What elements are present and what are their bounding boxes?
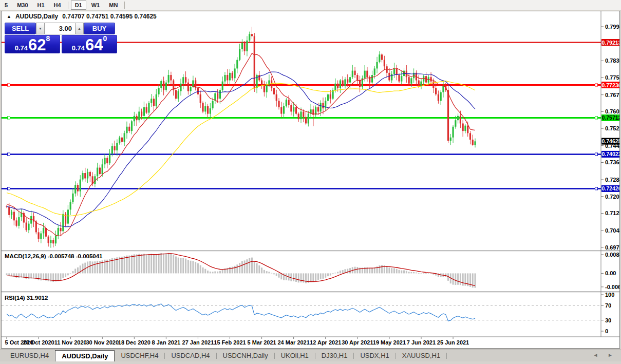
macd-bar <box>241 261 243 274</box>
candle-up <box>11 212 12 215</box>
candle-down <box>37 232 39 239</box>
timeframe-m5-button[interactable]: 5 <box>1 1 12 10</box>
line-handle[interactable] <box>8 153 10 156</box>
timeframe-mn-button[interactable]: MN <box>105 1 122 10</box>
rsi-tick-label: 30 <box>605 317 611 323</box>
tab-xauusd-h1[interactable]: XAUUSD,H1 <box>396 350 446 361</box>
candle-up <box>364 71 366 79</box>
macd-bar <box>121 257 123 273</box>
price-badge-label: 0.77236 <box>602 82 619 88</box>
candle-up <box>283 106 285 114</box>
timeframe-h1-button[interactable]: H1 <box>33 1 49 10</box>
candle-down <box>278 101 279 107</box>
candle-up <box>401 76 402 81</box>
macd-bar <box>381 265 383 273</box>
macd-bar <box>190 261 192 274</box>
macd-bar <box>217 272 218 274</box>
tab-audusd-daily[interactable]: AUDUSD,Daily <box>55 350 115 361</box>
volume-up-button[interactable]: ▲ <box>75 23 84 34</box>
current-price-badge-label: 0.74625 <box>602 138 619 144</box>
collapse-panel-icon[interactable]: ▲ <box>7 14 11 19</box>
indicator-scales[interactable]: 0.0088770.00-0.00644510070300 <box>601 252 619 334</box>
macd-bar <box>97 261 98 274</box>
macd-bar <box>148 254 149 273</box>
candle-down <box>271 81 272 88</box>
timeframe-d1-button[interactable]: D1 <box>71 1 86 10</box>
buy-price-base: 0.74 <box>72 44 85 52</box>
tab-usdchf-h4[interactable]: USDCHF,H4 <box>115 350 164 361</box>
line-handle[interactable] <box>8 84 10 86</box>
candle-up <box>126 127 127 133</box>
macd-bar <box>327 273 329 276</box>
buy-price-pips: 64 <box>85 39 103 52</box>
line-handle[interactable] <box>595 117 598 119</box>
price-badge-label: 0.74022 <box>602 151 619 157</box>
timeframe-m30-button[interactable]: M30 <box>13 1 32 10</box>
candle-up <box>450 138 451 141</box>
toolbar-separator <box>68 2 68 9</box>
price-scale[interactable]: 0.799400.783600.775800.767800.760000.752… <box>601 24 619 251</box>
macd-bar <box>60 273 62 280</box>
macd-bar <box>165 254 167 274</box>
timeframe-w1-button[interactable]: W1 <box>87 1 104 10</box>
buy-button[interactable]: BUY <box>84 23 115 34</box>
buy-price-display[interactable]: 0.74 64 0 <box>62 35 117 53</box>
tab-eurusd-h4[interactable]: EURUSD,H4 <box>4 350 55 361</box>
volume-input[interactable] <box>45 23 75 34</box>
candle-down <box>202 103 203 112</box>
macd-bar <box>67 273 69 275</box>
macd-bar <box>214 272 216 274</box>
macd-bar <box>264 270 265 274</box>
macd-bar <box>16 273 17 278</box>
candle-up <box>104 158 105 165</box>
price-badge-label: 0.75712 <box>602 114 619 121</box>
candle-down <box>48 237 49 243</box>
line-handle[interactable] <box>595 187 598 190</box>
tab-usdcad-h4[interactable]: USDCAD,H4 <box>165 350 216 361</box>
candle-up <box>376 62 378 69</box>
line-handle[interactable] <box>595 84 598 86</box>
tab-dj30-h1[interactable]: DJ30,H1 <box>315 350 354 361</box>
timeframe-h4-button[interactable]: H4 <box>50 1 65 10</box>
price-badge-label: 0.79213 <box>602 40 619 46</box>
candle-down <box>114 146 116 150</box>
macd-bar <box>317 273 319 280</box>
macd-bar <box>6 273 8 275</box>
candle-up <box>474 141 476 145</box>
candle-down <box>469 133 471 140</box>
date-tick-label: 12 Apr 2021 <box>310 339 341 346</box>
line-handle[interactable] <box>8 117 10 119</box>
sell-price-display[interactable]: 0.74 62 8 <box>5 35 60 53</box>
date-tick-label: 24 Mar 2021 <box>277 339 309 346</box>
candle-down <box>366 71 368 78</box>
chart-canvas[interactable]: 0.799400.783600.775800.767800.760000.752… <box>2 11 619 348</box>
candle-up <box>148 103 149 113</box>
rsi-layer <box>2 304 601 321</box>
candle-up <box>204 106 206 111</box>
candle-down <box>303 111 304 117</box>
macd-bar <box>28 273 29 279</box>
macd-bar <box>298 273 299 282</box>
tab-usdx-h1[interactable]: USDX,H1 <box>354 350 395 361</box>
macd-bar <box>185 259 186 274</box>
tab-usdcnh-daily[interactable]: USDCNH,Daily <box>217 350 274 361</box>
candle-up <box>62 214 64 232</box>
sell-button[interactable]: SELL <box>5 23 36 34</box>
macd-bar <box>445 273 446 277</box>
line-handle[interactable] <box>595 153 598 156</box>
tabs-scroll-right-icon[interactable]: ► <box>608 352 617 358</box>
candle-up <box>178 91 179 99</box>
volume-down-button[interactable]: ▼ <box>36 23 45 34</box>
date-axis[interactable]: 5 Oct 202023 Oct 202011 Nov 202030 Nov 2… <box>5 337 469 346</box>
macd-bar <box>273 273 275 274</box>
line-handle[interactable] <box>8 187 10 190</box>
macd-bar <box>293 273 294 281</box>
macd-bar <box>325 273 326 277</box>
date-tick-label: 8 Jan 2021 <box>152 339 181 346</box>
macd-bar <box>410 272 412 273</box>
tabs-scroll-left-icon[interactable]: ◄ <box>593 352 602 358</box>
tab-ukoil-h1[interactable]: UKOil,H1 <box>275 350 315 361</box>
macd-bar <box>266 271 268 273</box>
date-tick-label: 30 Nov 2020 <box>86 339 119 346</box>
candle-down <box>438 94 439 101</box>
